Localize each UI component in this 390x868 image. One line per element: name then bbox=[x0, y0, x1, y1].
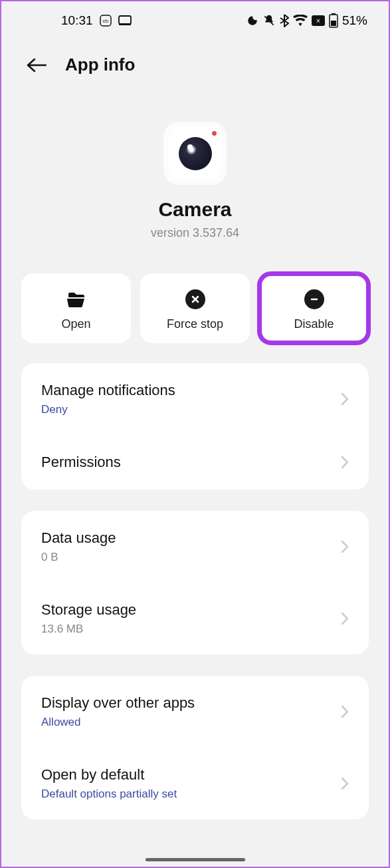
disable-label: Disable bbox=[266, 317, 362, 331]
page-title: App info bbox=[65, 55, 135, 75]
force-stop-label: Force stop bbox=[147, 317, 243, 331]
status-time: 10:31 bbox=[61, 13, 93, 28]
chevron-right-icon bbox=[341, 392, 349, 406]
action-row: Open Force stop Disable bbox=[1, 260, 389, 363]
cast-icon bbox=[118, 15, 132, 26]
folder-open-icon bbox=[66, 289, 86, 309]
settings-row[interactable]: Open by defaultDefault options partially… bbox=[21, 748, 369, 819]
row-subtitle: Allowed bbox=[41, 716, 341, 729]
settings-section: Data usage0 BStorage usage13.6 MB bbox=[21, 511, 369, 654]
battery-percent: 51% bbox=[342, 13, 367, 28]
camera-lens-icon bbox=[179, 137, 212, 170]
dnd-icon bbox=[246, 15, 258, 27]
status-bar: 10:31 cb × 51% bbox=[1, 1, 389, 35]
chevron-right-icon bbox=[341, 612, 349, 625]
disable-button[interactable]: Disable bbox=[259, 273, 369, 343]
settings-row[interactable]: Permissions bbox=[21, 435, 369, 490]
row-subtitle: 0 B bbox=[41, 551, 341, 564]
app-icon bbox=[163, 122, 227, 185]
battery-icon bbox=[329, 13, 338, 28]
settings-row[interactable]: Display over other appsAllowed bbox=[21, 676, 369, 748]
app-badge-icon: cb bbox=[100, 15, 112, 27]
header: App info bbox=[1, 35, 389, 88]
app-version: version 3.537.64 bbox=[1, 226, 389, 240]
row-title: Data usage bbox=[41, 529, 341, 547]
row-title: Open by default bbox=[41, 766, 341, 784]
row-subtitle: Default options partially set bbox=[41, 788, 341, 801]
settings-section: Display over other appsAllowedOpen by de… bbox=[21, 676, 369, 819]
row-title: Permissions bbox=[41, 454, 341, 471]
open-button[interactable]: Open bbox=[21, 273, 131, 343]
chevron-right-icon bbox=[341, 705, 349, 718]
recording-dot-icon bbox=[212, 131, 217, 136]
app-hero: Camera version 3.537.64 bbox=[1, 88, 389, 260]
svg-text:×: × bbox=[316, 17, 320, 25]
row-subtitle: Deny bbox=[41, 403, 341, 416]
row-subtitle: 13.6 MB bbox=[41, 623, 341, 636]
settings-section: Manage notificationsDenyPermissions bbox=[21, 363, 369, 490]
wifi-icon bbox=[293, 15, 308, 27]
force-stop-button[interactable]: Force stop bbox=[140, 273, 250, 343]
settings-row[interactable]: Storage usage13.6 MB bbox=[21, 583, 369, 654]
app-name: Camera bbox=[1, 198, 389, 221]
card-icon: × bbox=[312, 15, 325, 26]
svg-rect-2 bbox=[119, 16, 131, 24]
settings-row[interactable]: Data usage0 B bbox=[21, 511, 369, 583]
row-title: Display over other apps bbox=[41, 694, 341, 712]
svg-rect-8 bbox=[331, 21, 336, 26]
back-icon[interactable] bbox=[27, 58, 47, 72]
settings-row[interactable]: Manage notificationsDeny bbox=[21, 363, 369, 435]
svg-text:cb: cb bbox=[102, 18, 108, 24]
home-indicator[interactable] bbox=[146, 858, 245, 861]
mute-icon bbox=[262, 14, 276, 27]
stop-icon bbox=[185, 289, 205, 309]
open-label: Open bbox=[28, 317, 124, 331]
chevron-right-icon bbox=[341, 540, 349, 553]
row-title: Manage notifications bbox=[41, 382, 341, 399]
chevron-right-icon bbox=[341, 456, 349, 469]
row-title: Storage usage bbox=[41, 601, 341, 619]
bluetooth-icon bbox=[280, 14, 289, 27]
disable-icon bbox=[304, 289, 324, 309]
svg-rect-3 bbox=[119, 24, 131, 25]
chevron-right-icon bbox=[341, 777, 349, 790]
